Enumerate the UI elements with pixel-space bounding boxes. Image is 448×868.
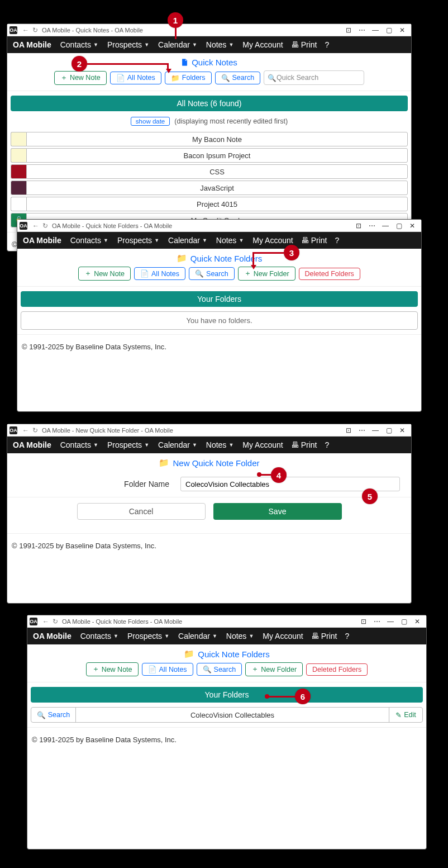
nav-help[interactable]: ? bbox=[335, 236, 339, 245]
brand[interactable]: OA Mobile bbox=[13, 40, 51, 49]
note-row[interactable]: Project 4015 bbox=[11, 197, 408, 211]
nav-contacts[interactable]: Contacts▼ bbox=[60, 440, 104, 449]
nav-contacts[interactable]: Contacts▼ bbox=[80, 632, 124, 641]
reader-icon[interactable]: ⊡ bbox=[342, 426, 355, 434]
all-notes-button[interactable]: 📄All Notes bbox=[142, 663, 193, 676]
brand[interactable]: OA Mobile bbox=[33, 632, 72, 641]
nav-notes[interactable]: Notes▼ bbox=[216, 236, 250, 245]
note-swatch bbox=[11, 164, 26, 179]
close-icon[interactable]: ✕ bbox=[406, 222, 419, 230]
save-button[interactable]: Save bbox=[213, 503, 342, 520]
note-row[interactable]: CSS bbox=[11, 164, 408, 179]
app-icon: OA bbox=[9, 26, 17, 34]
minimize-icon[interactable]: — bbox=[384, 618, 397, 625]
nav-prospects[interactable]: Prospects▼ bbox=[127, 632, 175, 641]
empty-folders: You have no folders. bbox=[21, 311, 418, 330]
nav-help[interactable]: ? bbox=[325, 40, 329, 49]
new-note-button[interactable]: ＋New Note bbox=[78, 267, 131, 281]
note-row[interactable]: Bacon Ipsum Project bbox=[11, 148, 408, 163]
nav-calendar[interactable]: Calendar▼ bbox=[168, 236, 213, 245]
close-icon[interactable]: ✕ bbox=[395, 426, 409, 434]
callout-6-dot bbox=[265, 694, 269, 699]
maximize-icon[interactable]: ▢ bbox=[392, 222, 406, 230]
close-icon[interactable]: ✕ bbox=[411, 618, 424, 625]
deleted-folders-button[interactable]: Deleted Folders bbox=[299, 268, 360, 280]
folder-edit-button[interactable]: ✎Edit bbox=[389, 708, 422, 722]
refresh-icon[interactable]: ↻ bbox=[42, 222, 48, 230]
minimize-icon[interactable]: — bbox=[369, 426, 382, 434]
quick-search-input[interactable]: 🔍Quick Search bbox=[264, 70, 364, 85]
reader-icon[interactable]: ⊡ bbox=[342, 26, 355, 34]
nav-myaccount[interactable]: My Account bbox=[242, 440, 283, 449]
note-label: Project 4015 bbox=[26, 197, 408, 211]
search-button[interactable]: 🔍Search bbox=[215, 72, 261, 84]
refresh-icon[interactable]: ↻ bbox=[53, 618, 58, 625]
back-icon[interactable]: ← bbox=[22, 426, 29, 434]
more-icon[interactable]: ⋯ bbox=[355, 26, 369, 34]
folders-button[interactable]: 📁Folders bbox=[165, 72, 212, 84]
search-button[interactable]: 🔍Search bbox=[197, 663, 242, 676]
new-note-button[interactable]: ＋New Note bbox=[86, 662, 139, 676]
brand[interactable]: OA Mobile bbox=[23, 236, 61, 245]
show-date-toggle[interactable]: show date bbox=[131, 117, 170, 126]
search-button[interactable]: 🔍Search bbox=[189, 267, 235, 280]
more-icon[interactable]: ⋯ bbox=[365, 222, 379, 230]
brand[interactable]: OA Mobile bbox=[13, 440, 51, 449]
back-icon[interactable]: ← bbox=[32, 222, 39, 230]
new-note-button[interactable]: ＋New Note bbox=[54, 71, 107, 85]
nav-calendar[interactable]: Calendar▼ bbox=[178, 632, 223, 641]
nav-contacts[interactable]: Contacts▼ bbox=[70, 236, 114, 245]
refresh-icon[interactable]: ↻ bbox=[32, 426, 38, 434]
new-folder-button[interactable]: ＋New Folder bbox=[238, 267, 296, 281]
nav-print[interactable]: 🖶Print bbox=[301, 236, 327, 245]
titlebar-w2: OA ← ↻ OA Mobile - Quick Note Folders - … bbox=[17, 220, 421, 232]
nav-notes[interactable]: Notes▼ bbox=[206, 440, 240, 449]
cancel-button[interactable]: Cancel bbox=[77, 503, 206, 520]
nav-notes[interactable]: Notes▼ bbox=[226, 632, 260, 641]
back-icon[interactable]: ← bbox=[22, 26, 29, 34]
minimize-icon[interactable]: — bbox=[369, 26, 382, 34]
nav-myaccount[interactable]: My Account bbox=[252, 236, 293, 245]
maximize-icon[interactable]: ▢ bbox=[397, 618, 411, 625]
nav-calendar[interactable]: Calendar▼ bbox=[158, 40, 203, 49]
more-icon[interactable]: ⋯ bbox=[355, 426, 369, 434]
more-icon[interactable]: ⋯ bbox=[370, 618, 384, 625]
nav-myaccount[interactable]: My Account bbox=[263, 632, 303, 641]
refresh-icon[interactable]: ↻ bbox=[32, 26, 38, 34]
nav-help[interactable]: ? bbox=[345, 632, 349, 641]
nav-calendar[interactable]: Calendar▼ bbox=[158, 440, 203, 449]
reader-icon[interactable]: ⊡ bbox=[357, 618, 370, 625]
new-folder-button[interactable]: ＋New Folder bbox=[245, 662, 303, 676]
nav-myaccount[interactable]: My Account bbox=[242, 40, 283, 49]
callout-4-dot bbox=[257, 472, 261, 477]
nav-print[interactable]: 🖶Print bbox=[291, 40, 317, 49]
nav-contacts[interactable]: Contacts▼ bbox=[60, 40, 104, 49]
note-row[interactable]: JavaScript bbox=[11, 181, 408, 195]
folder-search-button[interactable]: 🔍Search bbox=[31, 708, 76, 722]
close-icon[interactable]: ✕ bbox=[395, 26, 409, 34]
callout-3-line-v bbox=[252, 252, 254, 265]
nav-notes[interactable]: Notes▼ bbox=[206, 40, 240, 49]
nav-help[interactable]: ? bbox=[325, 440, 329, 449]
app-icon: OA bbox=[30, 618, 37, 625]
minimize-icon[interactable]: — bbox=[379, 222, 392, 230]
all-notes-button[interactable]: 📄All Notes bbox=[134, 267, 185, 280]
reader-icon[interactable]: ⊡ bbox=[352, 222, 365, 230]
all-notes-button[interactable]: 📄All Notes bbox=[110, 72, 161, 84]
maximize-icon[interactable]: ▢ bbox=[382, 426, 395, 434]
maximize-icon[interactable]: ▢ bbox=[382, 26, 395, 34]
deleted-folders-button[interactable]: Deleted Folders bbox=[306, 663, 368, 676]
callout-1: 1 bbox=[168, 12, 183, 28]
nav-prospects[interactable]: Prospects▼ bbox=[117, 236, 165, 245]
folder-name-row: Folder Name bbox=[7, 471, 411, 497]
nav-print[interactable]: 🖶Print bbox=[291, 440, 317, 449]
folder-name-cell[interactable]: ColecoVision Collectables bbox=[76, 711, 389, 719]
toolbar: ＋New Note 📄All Notes 🔍Search ＋New Folder… bbox=[27, 662, 426, 682]
note-row[interactable]: My Bacon Note bbox=[11, 132, 408, 146]
titlebar-w1: OA ← ↻ OA Mobile - Quick Notes - OA Mobi… bbox=[7, 24, 411, 36]
nav-print[interactable]: 🖶Print bbox=[311, 632, 337, 641]
back-icon[interactable]: ← bbox=[42, 618, 49, 625]
nav-prospects[interactable]: Prospects▼ bbox=[107, 440, 155, 449]
nav-prospects[interactable]: Prospects▼ bbox=[107, 40, 155, 49]
window-folders-list: OA ← ↻ OA Mobile - Quick Note Folders - … bbox=[27, 615, 427, 850]
